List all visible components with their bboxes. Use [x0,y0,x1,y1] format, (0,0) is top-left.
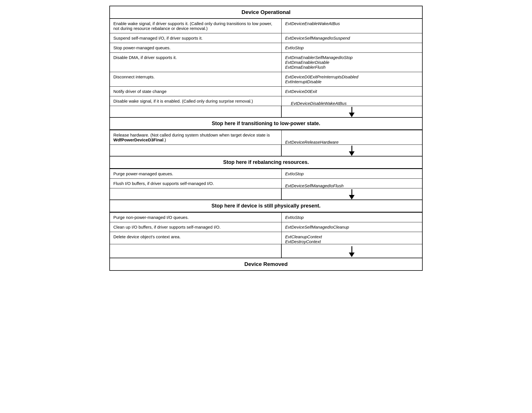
table-row: Disable DMA, if driver supports it. EvtD… [110,53,422,72]
right-cell: EvtDmaEnablerSelfManagedIoStop EvtDmaEna… [282,53,422,72]
left-cell: Delete device object's context area. [110,232,282,244]
table-row: Disable wake signal, if it is enabled. (… [110,96,422,106]
left-cell: Purge power-managed queues. [110,169,282,179]
arrow-divider-3 [110,188,422,200]
left-cell: Stop power-managed queues. [110,43,282,53]
right-cell-arrow: EvtDeviceDisableWakeAtBus [282,96,422,106]
stop-header-3: Stop here if device is still physically … [110,200,422,212]
arrow-divider-1 [110,106,422,117]
right-cell: EvtIoStop [282,213,422,222]
bottom-title: Device Removed [110,258,422,270]
right-cell: EvtDeviceSelfManagedIoFlush [282,179,422,188]
left-cell: Clean up I/O buffers, if driver supports… [110,222,282,232]
left-cell: Suspend self-managed I/O, if driver supp… [110,33,282,43]
left-cell: Disconnect interrupts. [110,72,282,87]
diagram-container: Device Operational Enable wake signal, i… [109,6,423,271]
table-row: Purge non-power-managed I/O queues. EvtI… [110,213,422,222]
left-cell: Flush I/O buffers, if driver supports se… [110,179,282,188]
right-cell: EvtDeviceEnableWakeAtBus [282,19,422,33]
table-row: Notify driver of state change EvtDeviceD… [110,87,422,96]
table-row: Clean up I/O buffers, if driver supports… [110,222,422,232]
stop-header-2: Stop here if rebalancing resources. [110,156,422,169]
right-cell: EvtDeviceSelfManagedIoSuspend [282,33,422,43]
right-cell: EvtCleanupContext EvtDestroyContext [282,232,422,244]
right-cell: EvtDeviceReleaseHardware [282,130,422,145]
table-row: Delete device object's context area. Evt… [110,232,422,244]
right-cell: EvtIoStop [282,169,422,179]
left-cell: Notify driver of state change [110,87,282,96]
table-row: Enable wake signal, if driver supports i… [110,19,422,33]
main-title: Device Operational [110,6,422,19]
table-row: Suspend self-managed I/O, if driver supp… [110,33,422,43]
left-cell: Enable wake signal, if driver supports i… [110,19,282,33]
left-cell: Disable DMA, if driver supports it. [110,53,282,72]
table-row: Release hardware. (Not called during sys… [110,130,422,145]
left-cell: Purge non-power-managed I/O queues. [110,213,282,222]
left-cell: Disable wake signal, if it is enabled. (… [110,96,282,106]
arrow-divider-final [110,244,422,258]
table-row: Purge power-managed queues. EvtIoStop [110,169,422,179]
right-cell: EvtDeviceD0Exit [282,87,422,96]
table-row: Disconnect interrupts. EvtDeviceD0ExitPr… [110,72,422,87]
arrow-divider-2 [110,145,422,156]
right-cell: EvtIoStop [282,43,422,53]
right-cell: EvtDeviceSelfManagedIoCleanup [282,222,422,232]
table-row: Flush I/O buffers, if driver supports se… [110,179,422,188]
left-cell: Release hardware. (Not called during sys… [110,130,282,145]
right-cell: EvtDeviceD0ExitPreInterruptsDisabled Evt… [282,72,422,87]
stop-header-1: Stop here if transitioning to low-power … [110,117,422,130]
table-row: Stop power-managed queues. EvtIoStop [110,43,422,53]
